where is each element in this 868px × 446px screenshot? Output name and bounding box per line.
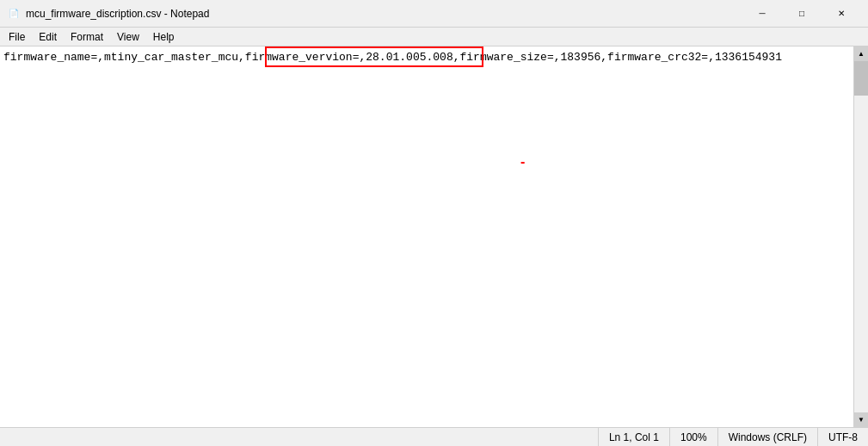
editor[interactable]: firmware_name=,mtiny_car_master_mcu,firm… <box>0 46 853 427</box>
window-title: mcu_firmware_discription.csv - Notepad <box>26 8 742 20</box>
close-button[interactable]: ✕ <box>822 0 861 28</box>
menu-bar: File Edit Format View Help <box>0 28 868 46</box>
encoding: UTF-8 <box>817 428 868 446</box>
menu-file[interactable]: File <box>2 29 32 45</box>
menu-edit[interactable]: Edit <box>32 29 64 45</box>
app-icon: 📄 <box>7 7 21 21</box>
menu-view[interactable]: View <box>110 29 146 45</box>
line-ending: Windows (CRLF) <box>717 428 817 446</box>
zoom-level: 100% <box>669 428 717 446</box>
title-bar: 📄 mcu_firmware_discription.csv - Notepad… <box>0 0 868 28</box>
menu-format[interactable]: Format <box>64 29 110 45</box>
editor-text: firmware_name=,mtiny_car_master_mcu,firm… <box>3 50 850 65</box>
minimize-button[interactable]: ─ <box>742 0 782 28</box>
scroll-down-button[interactable]: ▼ <box>854 412 868 427</box>
maximize-button[interactable]: □ <box>782 0 822 28</box>
scroll-up-button[interactable]: ▲ <box>854 46 868 61</box>
window-controls: ─ □ ✕ <box>742 0 861 28</box>
scrollbar-track[interactable] <box>854 61 868 412</box>
text-content: firmware_name=,mtiny_car_master_mcu,firm… <box>3 51 782 64</box>
menu-help[interactable]: Help <box>146 29 182 45</box>
cursor-position: Ln 1, Col 1 <box>598 428 669 446</box>
status-bar: Ln 1, Col 1 100% Windows (CRLF) UTF-8 <box>0 427 868 446</box>
scrollbar-vertical[interactable]: ▲ ▼ <box>853 46 868 427</box>
content-area: firmware_name=,mtiny_car_master_mcu,firm… <box>0 46 868 427</box>
scrollbar-thumb[interactable] <box>854 61 868 96</box>
red-dot: - <box>520 154 525 170</box>
